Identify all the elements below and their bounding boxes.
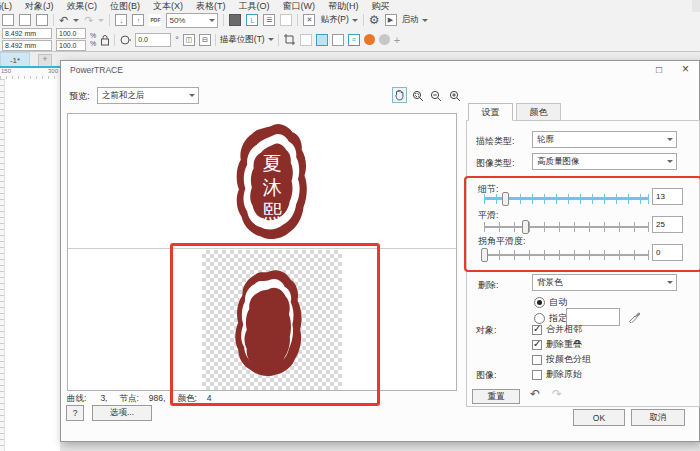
delete-original-checkbox[interactable] xyxy=(532,370,542,380)
document-tab[interactable]: -1* xyxy=(0,52,30,67)
edit-bitmap-icon[interactable] xyxy=(316,34,328,46)
import-icon[interactable]: ↓ xyxy=(115,14,127,26)
eyedropper-icon[interactable] xyxy=(628,310,641,323)
copy-icon[interactable] xyxy=(2,14,14,26)
curves-value: 3, xyxy=(100,393,107,405)
snap-off-icon[interactable]: ✕ xyxy=(303,14,315,26)
smoothing-value-field[interactable]: 25 xyxy=(652,216,683,233)
transparency-checkerboard xyxy=(202,250,342,390)
menu-item-window[interactable]: 窗口(W) xyxy=(283,0,316,13)
group-by-color-row[interactable]: 按颜色分组 xyxy=(532,353,591,366)
mirror-vertical-icon[interactable]: ⊟ xyxy=(199,34,211,46)
show-grid-icon[interactable]: ☰ xyxy=(263,14,275,26)
help-button[interactable]: ? xyxy=(66,405,84,421)
delete-original-row[interactable]: 删除原始 xyxy=(532,368,582,381)
image-adjustment-icon[interactable]: ≡ xyxy=(348,34,360,46)
options-gear-icon[interactable]: ⚙ xyxy=(369,14,380,26)
add-tool-icon[interactable]: + xyxy=(394,34,400,46)
auto-radio-row[interactable]: 自动 xyxy=(534,296,567,309)
detail-value-field[interactable]: 13 xyxy=(652,188,683,205)
options-button[interactable]: 选项... xyxy=(92,405,152,421)
merge-adjacent-row[interactable]: 合并相邻 xyxy=(532,323,582,336)
remove-overlap-row[interactable]: 删除重叠 xyxy=(532,338,582,351)
remove-overlap-label: 删除重叠 xyxy=(546,338,582,351)
sample-color-icon[interactable] xyxy=(364,34,375,45)
paste-icon[interactable] xyxy=(19,14,31,26)
close-button[interactable]: × xyxy=(682,62,689,76)
mirror-horizontal-icon[interactable]: ◫ xyxy=(183,34,195,46)
menu-item-effects[interactable]: 效果(C) xyxy=(67,0,98,13)
trace-redo-icon: ↷ xyxy=(552,387,562,401)
undo-dropdown-icon[interactable] xyxy=(73,19,79,22)
pan-tool-button[interactable] xyxy=(392,87,407,103)
zoom-level-select[interactable]: 50% xyxy=(166,13,218,28)
reset-button[interactable]: 重置 xyxy=(472,389,520,404)
snap-to-dropdown[interactable]: 贴齐(P) xyxy=(320,14,357,26)
rotate-angle-icon xyxy=(119,34,131,46)
menu-bar: 局(L) 对象(J) 效果(C) 位图(B) 文本(X) 表格(T) 工具(O)… xyxy=(0,0,692,12)
zoom-marquee-button[interactable] xyxy=(411,88,426,104)
export-icon[interactable]: ↑ xyxy=(132,14,144,26)
pdf-icon[interactable]: PDF xyxy=(149,14,161,26)
zoom-out-button[interactable] xyxy=(429,88,444,104)
detail-slider[interactable] xyxy=(484,192,648,206)
auto-radio[interactable] xyxy=(534,297,545,308)
scale-y-field[interactable]: 100.0 xyxy=(56,40,86,51)
corner-value-field[interactable]: 0 xyxy=(652,244,683,261)
rotation-angle-field[interactable]: 0.0 xyxy=(135,33,171,47)
menu-item-tools[interactable]: 工具(O) xyxy=(239,0,270,13)
trace-type-dropdown[interactable]: 轮廓 xyxy=(532,131,677,148)
tab-colors[interactable]: 颜色 xyxy=(516,103,561,121)
remove-caret-icon xyxy=(667,281,673,284)
maximize-button[interactable]: □ xyxy=(656,64,662,75)
detail-slider-handle[interactable] xyxy=(502,192,509,206)
menu-item-text[interactable]: 文本(X) xyxy=(153,0,183,13)
launch-label: 启动 xyxy=(402,14,419,26)
ok-button[interactable]: OK xyxy=(573,409,625,426)
trace-undo-icon[interactable]: ↶ xyxy=(530,387,540,401)
menu-item-table[interactable]: 表格(T) xyxy=(196,0,226,13)
crop-bitmap-icon[interactable] xyxy=(283,33,296,46)
remove-dropdown[interactable]: 背景色 xyxy=(532,274,677,291)
menu-item-help[interactable]: 帮助(H) xyxy=(328,0,359,13)
preview-mode-dropdown[interactable]: 之前和之后 xyxy=(97,87,199,104)
drawing-canvas[interactable] xyxy=(0,79,60,451)
show-rulers-icon[interactable]: L xyxy=(246,14,258,26)
smoothing-slider[interactable] xyxy=(484,220,648,234)
menu-item-bitmaps[interactable]: 位图(B) xyxy=(110,0,140,13)
remove-overlap-checkbox[interactable] xyxy=(532,340,542,350)
full-screen-preview-icon[interactable] xyxy=(229,14,241,26)
corner-slider-handle[interactable] xyxy=(481,248,488,262)
zoom-in-button[interactable] xyxy=(448,88,463,104)
menu-item-buy[interactable]: 购买 xyxy=(372,0,390,13)
toolbar-separator xyxy=(53,14,54,26)
preview-caret-icon xyxy=(189,94,195,97)
menu-item-layout[interactable]: 局(L) xyxy=(0,0,12,13)
corner-smoothness-slider[interactable] xyxy=(484,248,648,262)
tab-settings[interactable]: 设置 xyxy=(468,103,513,121)
image-type-dropdown[interactable]: 高质量图像 xyxy=(532,153,677,170)
object-height-field[interactable]: 8.492 mm xyxy=(2,40,52,51)
duplicate-icon[interactable] xyxy=(36,14,48,26)
bitmap-boundary-icon[interactable] xyxy=(332,34,344,46)
zoom-marquee-icon xyxy=(412,90,425,103)
trace-bitmap-dropdown[interactable]: 描摹位图(T) xyxy=(220,34,274,46)
launch-app-icon[interactable]: ▶ xyxy=(385,14,397,26)
smoothing-slider-handle[interactable] xyxy=(522,220,529,234)
group-by-color-checkbox[interactable] xyxy=(532,355,542,365)
undo-icon[interactable]: ↶ xyxy=(59,14,68,26)
object-width-field[interactable]: 8.492 mm xyxy=(2,28,52,39)
lock-ratio-icon[interactable] xyxy=(100,34,110,46)
trace-type-value: 轮廓 xyxy=(537,134,554,146)
merge-adjacent-checkbox[interactable] xyxy=(532,325,542,335)
delete-original-label: 删除原始 xyxy=(546,368,582,381)
scale-x-field[interactable]: 100.0 xyxy=(56,28,86,39)
launch-dropdown[interactable]: 启动 xyxy=(402,14,428,26)
menu-item-object[interactable]: 对象(J) xyxy=(25,0,54,13)
preview-pane[interactable]: 夏 沐 熙 xyxy=(67,113,457,391)
toolbar-separator xyxy=(114,34,115,46)
trace-statistics: 曲线: 3, 节点: 986, 颜色: 4 xyxy=(67,393,212,405)
toolbar-separator xyxy=(223,14,224,26)
show-guidelines-icon xyxy=(280,14,292,26)
cancel-button[interactable]: 取消 xyxy=(631,409,685,426)
